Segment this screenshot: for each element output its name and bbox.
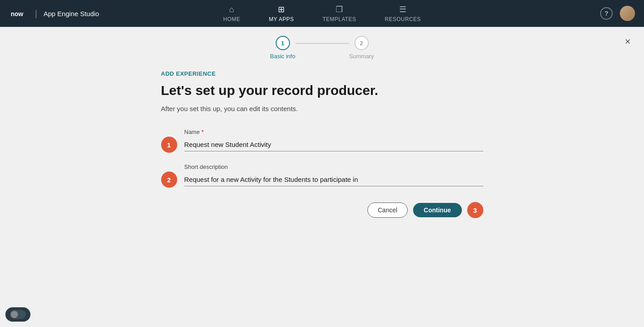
name-field-row: 1 Name * bbox=[161, 129, 483, 153]
step-2: 2 Summary bbox=[349, 36, 374, 60]
description-field-row: 2 Short description bbox=[161, 164, 483, 188]
nav-my-apps[interactable]: ⊞ MY APPS bbox=[264, 1, 299, 26]
step-1: 1 Basic info bbox=[270, 36, 295, 60]
user-avatar[interactable] bbox=[620, 6, 635, 21]
top-navigation: now | App Engine Studio ⌂ HOME ⊞ MY APPS… bbox=[0, 0, 644, 27]
nav-templates-label: TEMPLATES bbox=[323, 16, 356, 22]
nav-resources-label: RESOURCES bbox=[385, 16, 421, 22]
now-logo: now bbox=[9, 7, 29, 20]
step-indicator: 1 Basic info 2 Summary bbox=[251, 36, 394, 60]
step-badge-2: 2 bbox=[161, 172, 177, 188]
svg-text:now: now bbox=[11, 10, 23, 17]
toggle-switch[interactable] bbox=[10, 310, 26, 319]
main-title: Let's set up your record producer. bbox=[161, 82, 483, 99]
step-1-label: Basic info bbox=[270, 53, 295, 60]
toggle-thumb bbox=[11, 311, 18, 318]
nav-my-apps-label: MY APPS bbox=[269, 16, 294, 22]
main-content: 1 Basic info 2 Summary × ADD EXPERIENCE … bbox=[0, 27, 644, 327]
resources-icon: ☰ bbox=[399, 4, 407, 14]
step-2-label: Summary bbox=[349, 53, 374, 60]
home-icon: ⌂ bbox=[229, 5, 234, 14]
main-nav: ⌂ HOME ⊞ MY APPS ❐ TEMPLATES ☰ RESOURCES bbox=[218, 1, 426, 26]
step-2-number: 2 bbox=[360, 40, 363, 47]
nav-right: ? bbox=[600, 6, 635, 21]
step-2-circle: 2 bbox=[354, 36, 369, 50]
step-1-circle: 1 bbox=[276, 36, 290, 50]
step-badge-1: 1 bbox=[161, 137, 177, 153]
avatar-image bbox=[620, 6, 635, 21]
description-input[interactable] bbox=[184, 173, 483, 186]
section-label: ADD EXPERIENCE bbox=[161, 70, 483, 77]
app-name: App Engine Studio bbox=[43, 10, 99, 17]
nav-resources[interactable]: ☰ RESOURCES bbox=[380, 1, 426, 26]
nav-home-label: HOME bbox=[223, 16, 240, 22]
continue-button[interactable]: Continue bbox=[413, 203, 462, 217]
cancel-button[interactable]: Cancel bbox=[367, 202, 408, 218]
templates-icon: ❐ bbox=[336, 4, 343, 14]
step-badge-3: 3 bbox=[467, 202, 483, 218]
brand-divider: | bbox=[35, 9, 37, 19]
close-button[interactable]: × bbox=[625, 36, 631, 47]
name-field-wrapper: Name * bbox=[184, 129, 483, 151]
description-label: Short description bbox=[184, 164, 483, 170]
apps-icon: ⊞ bbox=[278, 4, 285, 14]
subtitle: After you set this up, you can edit its … bbox=[161, 105, 483, 112]
help-button[interactable]: ? bbox=[600, 7, 613, 20]
name-label: Name * bbox=[184, 129, 483, 135]
brand: now | App Engine Studio bbox=[9, 7, 99, 20]
step-1-number: 1 bbox=[281, 40, 284, 47]
bottom-toggle bbox=[5, 307, 30, 322]
required-star: * bbox=[201, 129, 204, 135]
step-connector bbox=[295, 43, 349, 44]
nav-templates[interactable]: ❐ TEMPLATES bbox=[317, 1, 362, 26]
nav-home[interactable]: ⌂ HOME bbox=[218, 1, 246, 26]
footer-buttons: Cancel Continue 3 bbox=[161, 202, 483, 218]
description-field-wrapper: Short description bbox=[184, 164, 483, 186]
dialog-content: ADD EXPERIENCE Let's set up your record … bbox=[161, 70, 483, 218]
name-input[interactable] bbox=[184, 138, 483, 151]
